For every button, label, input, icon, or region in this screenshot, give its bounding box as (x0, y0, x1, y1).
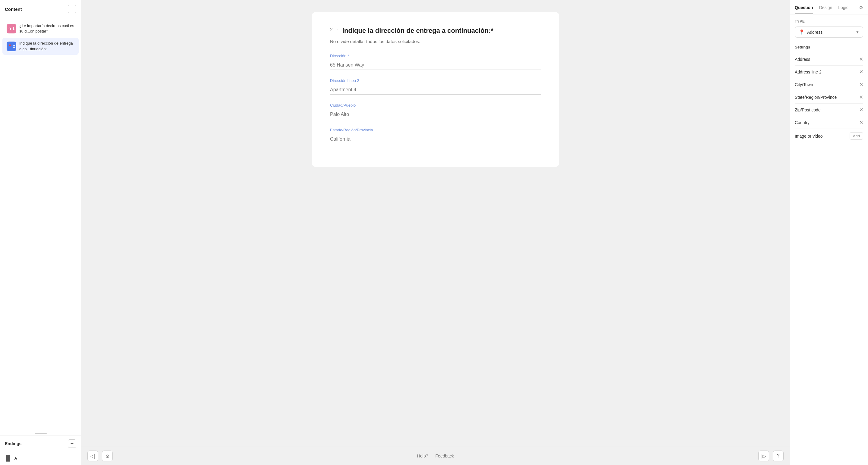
type-selector[interactable]: 📍 Address ▼ (795, 27, 863, 38)
type-section: Type 📍 Address ▼ (790, 14, 868, 42)
field-label-direccion2: Dirección línea 2 (330, 78, 541, 83)
question-title: Indique la dirección de entrega a contin… (342, 27, 493, 35)
settings-item-address: Address ✕ (795, 53, 863, 66)
settings-item-zip: Zip/Post code ✕ (795, 104, 863, 116)
question-num-text: 2 (330, 27, 333, 33)
tab-logic[interactable]: Logic (838, 5, 848, 14)
question-subtitle: No olvide detallar todos los datos solic… (330, 39, 541, 44)
canvas: 2 → Indique la dirección de entrega a co… (82, 0, 789, 446)
item-number-2: 2 (13, 44, 15, 48)
settings-label-address-line2: Address line 2 (795, 70, 822, 74)
sidebar-bottom: ▐▌ A (0, 452, 81, 465)
item-badge-1: ◑ 1 (7, 24, 16, 33)
item-number-1: 1 (12, 27, 14, 31)
settings-action-zip[interactable]: ✕ (859, 107, 863, 113)
settings-section: Settings Address ✕ Address line 2 ✕ City… (790, 42, 868, 465)
sidebar: Content + ◑ 1 ¿Le importaría decirnos cu… (0, 0, 82, 465)
settings-item-state: State/Region/Province ✕ (795, 91, 863, 104)
field-label-direccion: Dirección * (330, 54, 541, 58)
settings-label-state: State/Region/Province (795, 95, 837, 100)
bottom-bar: ◁| ⊙ Help? Feedback |▷ ? (82, 446, 789, 465)
question-header: 2 → Indique la dirección de entrega a co… (330, 27, 541, 35)
form-card: 2 → Indique la dirección de entrega a co… (312, 12, 559, 167)
sidebar-item-1[interactable]: ◑ 1 ¿Le importaría decirnos cuál es su d… (2, 20, 79, 37)
field-label-estado: Estado/Región/Provincia (330, 128, 541, 132)
settings-label-country: Country (795, 120, 809, 125)
item-text-2: Indique la dirección de entrega a co...t… (19, 41, 74, 52)
toggle-right-button[interactable]: |▷ (758, 451, 769, 461)
endings-label: Endings (5, 441, 22, 446)
settings-item-country: Country ✕ (795, 116, 863, 129)
tab-question[interactable]: Question (795, 5, 813, 14)
field-estado: Estado/Región/Provincia (330, 128, 541, 144)
sidebar-endings: Endings + (0, 435, 81, 452)
sidebar-header: Content + (0, 0, 81, 17)
help-link[interactable]: Help? (417, 454, 428, 458)
sidebar-title: Content (5, 7, 22, 12)
sidebar-items-list: ◑ 1 ¿Le importaría decirnos cuál es su d… (0, 17, 81, 432)
input-ciudad[interactable] (330, 110, 541, 119)
accessibility-button[interactable]: ⊙ (102, 451, 113, 461)
scroll-indicator (0, 432, 81, 435)
bottom-label: A (14, 456, 17, 461)
address-type-icon: 📍 (799, 29, 805, 35)
item-badge-2: 📍 2 (7, 41, 16, 51)
bottom-chart-icon: ▐▌ (4, 455, 12, 461)
settings-title: Settings (795, 45, 863, 49)
settings-item-city: City/Town ✕ (795, 78, 863, 91)
toggle-left-button[interactable]: ◁| (87, 451, 98, 461)
field-label-ciudad: Ciudad/Pueblo (330, 103, 541, 107)
settings-action-country[interactable]: ✕ (859, 120, 863, 125)
settings-action-state[interactable]: ✕ (859, 94, 863, 100)
settings-label-image-video: Image or video (795, 134, 823, 138)
settings-item-address-line2: Address line 2 ✕ (795, 66, 863, 78)
gear-icon[interactable]: ⚙ (859, 5, 863, 14)
settings-action-address[interactable]: ✕ (859, 56, 863, 62)
add-image-video-button[interactable]: Add (849, 132, 863, 140)
item-text-1: ¿Le importaría decirnos cuál es su d...ó… (19, 23, 74, 34)
settings-label-city: City/Town (795, 82, 813, 87)
bottom-center-links: Help? Feedback (417, 454, 454, 458)
toggle-icon: ◑ (8, 27, 11, 31)
sidebar-item-2[interactable]: 📍 2 Indique la dirección de entrega a co… (2, 38, 79, 55)
settings-label-address: Address (795, 57, 810, 62)
settings-action-city[interactable]: ✕ (859, 81, 863, 87)
bottom-left-buttons: ◁| ⊙ (87, 451, 113, 461)
field-direccion2: Dirección línea 2 (330, 78, 541, 95)
help-question-button[interactable]: ? (773, 451, 784, 461)
type-name: Address (807, 30, 823, 35)
main-area: 2 → Indique la dirección de entrega a co… (82, 0, 789, 465)
question-number: 2 → (330, 27, 339, 33)
field-ciudad: Ciudad/Pueblo (330, 103, 541, 119)
input-direccion2[interactable] (330, 85, 541, 95)
settings-action-address-line2[interactable]: ✕ (859, 69, 863, 75)
field-direccion: Dirección * (330, 54, 541, 70)
bottom-right-buttons: |▷ ? (758, 451, 784, 461)
input-direccion[interactable] (330, 61, 541, 70)
input-estado[interactable] (330, 135, 541, 144)
settings-label-zip: Zip/Post code (795, 107, 821, 112)
add-content-button[interactable]: + (68, 5, 76, 13)
right-tabs: Question Design Logic ⚙ (790, 0, 868, 14)
location-icon: 📍 (8, 44, 12, 48)
type-label: Type (795, 19, 863, 24)
chevron-down-icon: ▼ (856, 30, 859, 34)
type-selector-left: 📍 Address (799, 29, 823, 35)
feedback-link[interactable]: Feedback (435, 454, 454, 458)
arrow-icon: → (334, 27, 339, 33)
add-endings-button[interactable]: + (68, 439, 76, 448)
scroll-bar (35, 433, 47, 434)
right-panel: Question Design Logic ⚙ Type 📍 Address ▼… (789, 0, 868, 465)
tab-design[interactable]: Design (819, 5, 832, 14)
settings-item-image-video: Image or video Add (795, 129, 863, 143)
